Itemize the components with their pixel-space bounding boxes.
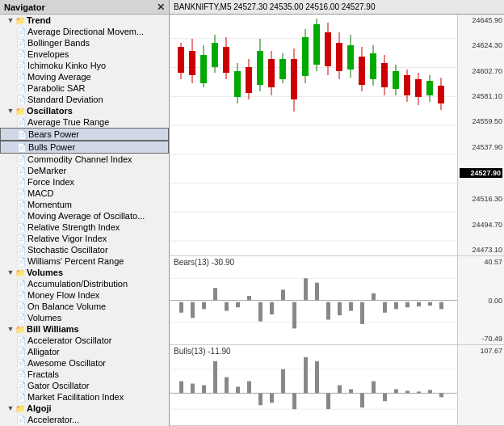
svg-rect-96 [292, 393, 296, 409]
list-item[interactable]: 📄 Gator Oscillator [0, 380, 169, 391]
list-item[interactable]: 📄 Williams' Percent Range [0, 255, 169, 267]
navigator-title: Navigator [4, 2, 45, 12]
sidebar-item-parabolic-sar[interactable]: 📄 Parabolic SAR [0, 82, 169, 94]
list-item[interactable]: 📄 Awesome Oscillator [0, 357, 169, 369]
bears-subchart[interactable]: Bears(13) -30.90 [170, 256, 504, 345]
list-item[interactable]: 📄 Average True Range [0, 116, 169, 128]
svg-rect-31 [302, 37, 309, 76]
list-item[interactable]: 📄 Commodity Channel Index [0, 154, 169, 165]
expand-icon[interactable]: ▼ [6, 404, 15, 412]
price-current: 24527.90 [460, 168, 502, 178]
section-volumes-label: Volumes [27, 268, 63, 277]
close-icon[interactable]: ✕ [157, 2, 165, 13]
item-label: Market Facilitation Index [27, 392, 124, 402]
svg-rect-27 [279, 59, 286, 79]
item-label: Bears Power [28, 129, 79, 139]
sidebar-item-std-dev[interactable]: 📄 Standard Deviation [0, 94, 169, 105]
folder-icon: 📁 [15, 16, 25, 25]
indicator-icon: 📄 [16, 336, 26, 345]
svg-rect-51 [415, 79, 422, 97]
bears-canvas[interactable] [170, 256, 457, 344]
list-item[interactable]: 📄 Accelerator Oscillator [0, 335, 169, 346]
svg-rect-80 [417, 302, 421, 306]
list-item[interactable]: 📄 MACD [0, 188, 169, 199]
navigator-panel: Navigator ✕ ▼ 📁 Trend 📄 Average Directio… [0, 0, 170, 426]
list-item[interactable]: 📄 Momentum [0, 199, 169, 210]
bulls-canvas[interactable] [170, 345, 457, 425]
expand-icon[interactable]: ▼ [6, 107, 15, 115]
list-item[interactable]: 📄 DeMarker [0, 165, 169, 176]
expand-icon[interactable]: ▼ [6, 325, 15, 333]
expand-icon[interactable]: ▼ [6, 16, 15, 24]
list-item[interactable]: 📄 Moving Average of Oscillato... [0, 210, 169, 221]
indicator-icon: 📄 [16, 234, 26, 243]
item-label: On Balance Volume [27, 302, 106, 311]
bulls-label: Bulls(13) -11.90 [174, 347, 231, 356]
bears-scale-zero: 0.00 [460, 297, 502, 305]
svg-rect-49 [404, 75, 410, 95]
item-label: Money Flow Index [27, 290, 99, 300]
indicator-icon: 📄 [16, 415, 26, 424]
indicator-icon: 📄 [16, 167, 26, 175]
svg-rect-23 [257, 51, 263, 85]
item-label: Envelopes [27, 49, 69, 59]
svg-rect-59 [179, 302, 183, 313]
svg-rect-19 [234, 71, 241, 97]
sidebar-item-force-index[interactable]: 📄 Force Index [0, 176, 169, 188]
svg-rect-105 [394, 389, 398, 393]
list-item[interactable]: 📄 On Balance Volume [0, 301, 169, 312]
list-item[interactable]: 📄 Accelerator... [0, 414, 169, 425]
list-item[interactable]: 📄 Ichimoku Kinko Hyo [0, 60, 169, 71]
list-item[interactable]: 📄 Average Directional Movem... [0, 26, 169, 37]
sidebar-item-rsi[interactable]: 📄 Relative Strength Index [0, 221, 169, 233]
indicator-icon: 📄 [16, 27, 26, 36]
indicator-icon: 📄 [16, 73, 26, 82]
item-label: Alligator [27, 347, 60, 356]
list-item[interactable]: 📄 Moving Average [0, 71, 169, 82]
indicator-icon: 📄 [16, 314, 26, 323]
svg-rect-86 [179, 382, 183, 394]
indicator-icon: 📄 [16, 291, 26, 300]
folder-icon: 📁 [15, 268, 25, 277]
svg-rect-60 [191, 302, 195, 318]
sidebar-item-market-facilitation[interactable]: 📄 Market Facilitation Index [0, 391, 169, 403]
sidebar-item-volumes[interactable]: ▼ 📁 Volumes [0, 267, 169, 278]
list-item[interactable]: 📄 Stochastic Oscillator [0, 244, 169, 255]
list-item[interactable]: 📄 Envelopes [0, 49, 169, 60]
svg-rect-94 [270, 393, 274, 403]
main-chart[interactable]: 24645.90 24624.30 24602.70 24581.10 2455… [170, 15, 504, 256]
section-bill-williams-label: Bill Williams [27, 324, 79, 334]
sidebar-item-bulls-power[interactable]: 📄 Bulls Power [0, 141, 169, 154]
candlestick-canvas[interactable] [170, 15, 457, 255]
svg-rect-39 [347, 45, 354, 70]
sidebar-item-algoji[interactable]: ▼ 📁 Algoji [0, 403, 169, 414]
item-label: Accelerator... [27, 415, 79, 424]
svg-rect-72 [326, 302, 330, 320]
sidebar-item-bears-power[interactable]: 📄 Bears Power [0, 128, 169, 141]
svg-rect-53 [426, 81, 433, 95]
bulls-subchart[interactable]: Bulls(13) -11.90 [170, 345, 504, 426]
item-label: Relative Strength Index [27, 222, 120, 232]
svg-rect-11 [189, 51, 195, 75]
price-6: 24516.30 [460, 195, 502, 203]
item-label: Bulls Power [28, 142, 75, 152]
sidebar-item-trend[interactable]: ▼ 📁 Trend [0, 15, 169, 26]
list-item[interactable]: 📄 Bollinger Bands [0, 37, 169, 49]
sidebar-item-oscillators[interactable]: ▼ 📁 Oscillators [0, 105, 169, 116]
list-item[interactable]: 📄 Money Flow Index [0, 289, 169, 301]
list-item[interactable]: 📄 Fractals [0, 369, 169, 380]
item-label: Commodity Channel Index [27, 154, 132, 164]
list-item[interactable]: 📄 Accumulation/Distribution [0, 278, 169, 289]
sidebar-item-bill-williams[interactable]: ▼ 📁 Bill Williams [0, 323, 169, 335]
item-label: MACD [27, 188, 53, 198]
price-high: 24645.90 [460, 16, 502, 24]
svg-rect-97 [304, 357, 308, 394]
list-item[interactable]: 📄 Volumes [0, 312, 169, 323]
svg-rect-73 [338, 302, 342, 315]
list-item[interactable]: 📄 Alligator [0, 346, 169, 357]
svg-rect-33 [313, 24, 320, 65]
item-label: Volumes [27, 313, 61, 323]
expand-icon[interactable]: ▼ [6, 268, 15, 276]
item-label: Average Directional Movem... [27, 27, 144, 36]
list-item[interactable]: 📄 Relative Vigor Index [0, 233, 169, 244]
